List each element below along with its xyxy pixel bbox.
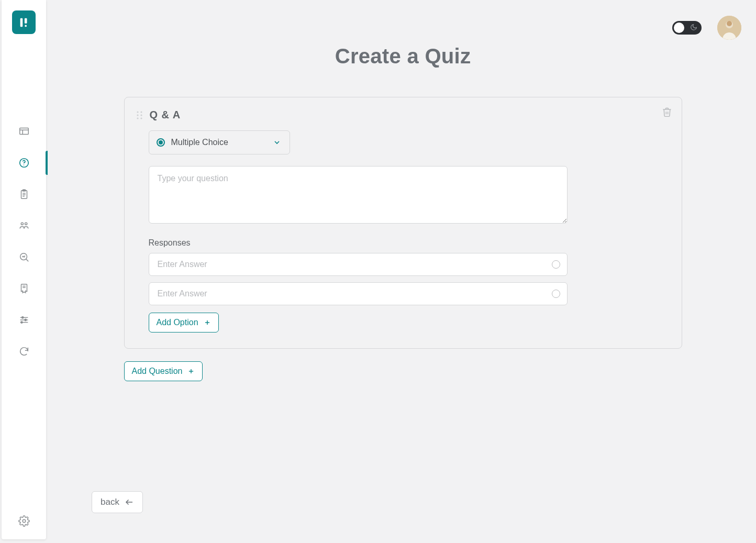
sidebar (2, 0, 46, 539)
arrow-left-icon (125, 497, 134, 507)
nav-sync[interactable] (2, 346, 46, 357)
svg-point-14 (25, 223, 27, 225)
add-option-button[interactable]: Add Option (149, 313, 219, 333)
add-option-label: Add Option (157, 318, 198, 327)
correct-answer-radio[interactable] (552, 260, 560, 269)
radio-icon (157, 138, 165, 147)
svg-line-16 (26, 259, 28, 261)
nav-quiz[interactable] (2, 157, 46, 169)
nav-settings[interactable] (18, 515, 30, 527)
svg-point-31 (137, 114, 138, 116)
svg-point-2 (25, 25, 27, 27)
question-input[interactable] (149, 166, 568, 224)
svg-point-25 (23, 519, 26, 523)
back-label: back (101, 497, 119, 507)
add-question-label: Add Question (132, 367, 183, 376)
chevron-down-icon (273, 138, 281, 147)
answer-input[interactable] (149, 253, 568, 276)
question-title: Q & A (150, 109, 181, 121)
sidebar-nav (2, 126, 46, 357)
nav-board[interactable] (2, 126, 46, 137)
svg-point-20 (21, 317, 23, 318)
svg-rect-1 (24, 18, 27, 23)
question-type-select[interactable]: Multiple Choice (149, 130, 290, 154)
plus-icon (204, 319, 211, 326)
svg-point-24 (20, 322, 22, 323)
nav-certificate[interactable] (2, 283, 46, 294)
answer-input[interactable] (149, 282, 568, 305)
svg-point-30 (140, 111, 142, 113)
add-question-button[interactable]: Add Question (124, 361, 203, 381)
responses-label: Responses (149, 238, 670, 248)
svg-point-22 (25, 319, 26, 320)
svg-rect-0 (20, 18, 23, 27)
delete-question-button[interactable] (662, 107, 672, 117)
svg-point-7 (23, 164, 24, 165)
drag-handle-icon[interactable] (136, 110, 143, 120)
back-button[interactable]: back (92, 491, 143, 513)
svg-point-33 (137, 117, 138, 119)
answer-row (149, 253, 568, 276)
nav-group[interactable] (2, 220, 46, 231)
question-type-label: Multiple Choice (171, 138, 228, 147)
svg-rect-3 (19, 128, 28, 135)
main: Create a Quiz Q & A Multiple Choice Resp… (50, 0, 756, 539)
answer-row (149, 282, 568, 305)
page-title: Create a Quiz (92, 45, 714, 68)
responses-list (149, 253, 568, 305)
nav-analytics[interactable] (2, 251, 46, 263)
question-header: Q & A (136, 109, 670, 121)
plus-icon (187, 368, 195, 375)
nav-filters[interactable] (2, 314, 46, 326)
svg-point-13 (21, 223, 23, 225)
nav-clipboard[interactable] (2, 189, 46, 200)
correct-answer-radio[interactable] (552, 290, 560, 298)
svg-point-34 (140, 117, 142, 119)
svg-point-32 (140, 114, 142, 116)
svg-point-29 (137, 111, 138, 113)
question-card: Q & A Multiple Choice Responses (124, 97, 682, 349)
app-logo[interactable] (12, 10, 36, 34)
